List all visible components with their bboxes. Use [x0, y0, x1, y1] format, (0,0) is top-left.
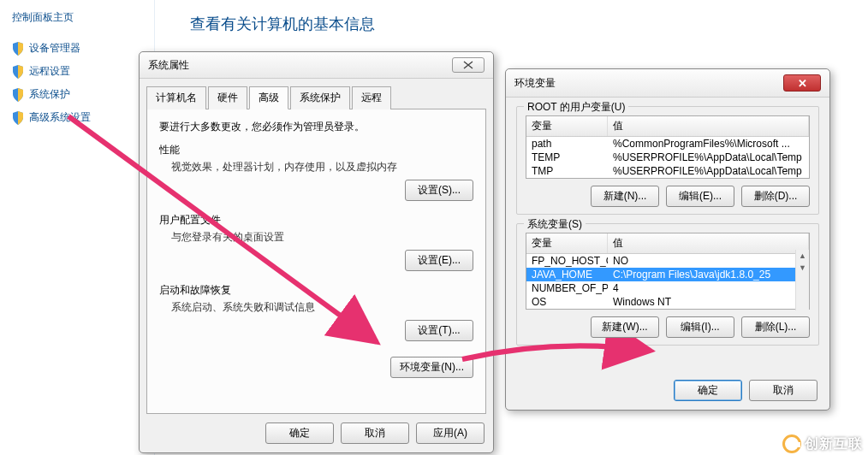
sidebar-item-label: 远程设置: [29, 64, 70, 79]
table-row[interactable]: NUMBER_OF_PR...4: [526, 281, 809, 295]
table-header: 变量 值: [526, 116, 809, 137]
system-delete-button[interactable]: 删除(L)...: [741, 316, 810, 338]
user-vars-table[interactable]: 变量 值 path%CommonProgramFiles%\Microsoft …: [526, 115, 810, 179]
shield-icon: [12, 42, 24, 56]
tab-advanced[interactable]: 高级: [249, 86, 288, 109]
admin-note: 要进行大多数更改，您必须作为管理员登录。: [159, 120, 473, 134]
sidebar-item-device-manager[interactable]: 设备管理器: [9, 37, 146, 60]
user-vars-body[interactable]: path%CommonProgramFiles%\Microsoft ... T…: [526, 137, 809, 178]
scrollbar[interactable]: ▲ ▼: [795, 250, 809, 310]
cancel-button[interactable]: 取消: [341, 422, 409, 444]
dialog-buttons: 确定 取消 应用(A): [265, 422, 485, 444]
system-vars-section: 系统变量(S) 变量 值 FP_NO_HOST_C...NO JAVA_HOME…: [516, 223, 819, 346]
col-value[interactable]: 值: [608, 116, 809, 136]
dialog-titlebar: 环境变量 ✕: [506, 69, 829, 98]
tabs: 计算机名 硬件 高级 系统保护 远程: [146, 86, 486, 109]
table-row-selected[interactable]: JAVA_HOMEC:\Program Files\Java\jdk1.8.0_…: [526, 268, 809, 281]
close-button[interactable]: ✕: [783, 74, 821, 92]
dialog-title-text: 系统属性: [148, 58, 189, 73]
ok-button[interactable]: 确定: [674, 380, 742, 401]
system-vars-legend: 系统变量(S): [524, 217, 586, 232]
dialog-title-text: 环境变量: [514, 76, 556, 91]
scroll-down-icon[interactable]: ▼: [796, 262, 809, 274]
startup-settings-button[interactable]: 设置(T)...: [405, 320, 473, 341]
ok-button[interactable]: 确定: [265, 422, 334, 444]
col-value[interactable]: 值: [608, 233, 809, 253]
performance-settings-button[interactable]: 设置(S)...: [405, 180, 473, 201]
system-vars-table[interactable]: 变量 值 FP_NO_HOST_C...NO JAVA_HOMEC:\Progr…: [526, 233, 810, 310]
watermark-text: 创新互联: [805, 435, 863, 453]
system-vars-body[interactable]: FP_NO_HOST_C...NO JAVA_HOMEC:\Program Fi…: [526, 254, 809, 309]
table-row[interactable]: FP_NO_HOST_C...NO: [526, 254, 809, 268]
sidebar-item-label: 设备管理器: [29, 41, 80, 56]
tab-remote[interactable]: 远程: [352, 86, 391, 109]
user-edit-button[interactable]: 编辑(E)...: [666, 186, 734, 207]
user-delete-button[interactable]: 删除(D)...: [741, 186, 810, 207]
tab-body-advanced: 要进行大多数更改，您必须作为管理员登录。 性能 视觉效果，处理器计划，内存使用，…: [146, 109, 486, 414]
sidebar-item-protection[interactable]: 系统保护: [9, 83, 146, 106]
tab-computer-name[interactable]: 计算机名: [146, 86, 206, 109]
group-profiles-desc: 与您登录有关的桌面设置: [171, 230, 473, 245]
apply-button[interactable]: 应用(A): [416, 422, 485, 444]
environment-variables-dialog: 环境变量 ✕ ROOT 的用户变量(U) 变量 值 path%CommonPro…: [505, 68, 830, 411]
shield-icon: [12, 65, 24, 79]
col-variable[interactable]: 变量: [526, 116, 608, 136]
profiles-settings-button[interactable]: 设置(E)...: [405, 250, 473, 271]
group-profiles: 用户配置文件: [159, 213, 473, 228]
control-panel-sidebar: 控制面板主页 设备管理器 远程设置 系统保护 高级系统设置: [0, 0, 154, 136]
group-startup-desc: 系统启动、系统失败和调试信息: [171, 300, 473, 315]
group-startup: 启动和故障恢复: [159, 283, 473, 298]
environment-variables-button[interactable]: 环境变量(N)...: [390, 357, 473, 378]
page-title: 查看有关计算机的基本信息: [190, 14, 375, 34]
shield-icon: [12, 88, 24, 102]
watermark: 创新互联: [782, 434, 863, 453]
sidebar-item-label: 系统保护: [29, 87, 70, 102]
dialog-titlebar: 系统属性: [140, 52, 493, 79]
col-variable[interactable]: 变量: [526, 233, 608, 253]
table-header: 变量 值: [526, 233, 809, 254]
table-row[interactable]: OSWindows NT: [526, 295, 809, 309]
system-properties-dialog: 系统属性 计算机名 硬件 高级 系统保护 远程 要进行大多数更改，您必须作为管理…: [139, 51, 494, 453]
sidebar-item-advanced[interactable]: 高级系统设置: [9, 106, 146, 129]
tab-hardware[interactable]: 硬件: [208, 86, 247, 109]
close-button[interactable]: [452, 57, 485, 73]
cancel-button[interactable]: 取消: [749, 380, 817, 401]
tab-protection[interactable]: 系统保护: [290, 86, 350, 109]
shield-icon: [12, 111, 24, 125]
user-new-button[interactable]: 新建(N)...: [591, 186, 659, 207]
group-performance: 性能: [159, 143, 473, 157]
group-performance-desc: 视觉效果，处理器计划，内存使用，以及虚拟内存: [171, 160, 473, 174]
user-vars-legend: ROOT 的用户变量(U): [524, 100, 628, 115]
system-new-button[interactable]: 新建(W)...: [591, 316, 659, 338]
sidebar-item-label: 高级系统设置: [29, 110, 91, 125]
system-edit-button[interactable]: 编辑(I)...: [666, 316, 734, 338]
table-row[interactable]: TEMP%USERPROFILE%\AppData\Local\Temp: [526, 151, 809, 164]
user-vars-section: ROOT 的用户变量(U) 变量 值 path%CommonProgramFil…: [516, 106, 819, 215]
sidebar-item-remote[interactable]: 远程设置: [9, 60, 146, 83]
scroll-up-icon[interactable]: ▲: [796, 250, 809, 262]
watermark-logo-icon: [782, 434, 801, 453]
dialog-buttons: 确定 取消: [674, 380, 817, 401]
table-row[interactable]: path%CommonProgramFiles%\Microsoft ...: [526, 137, 809, 151]
control-panel-home[interactable]: 控制面板主页: [9, 7, 146, 37]
table-row[interactable]: TMP%USERPROFILE%\AppData\Local\Temp: [526, 164, 809, 178]
